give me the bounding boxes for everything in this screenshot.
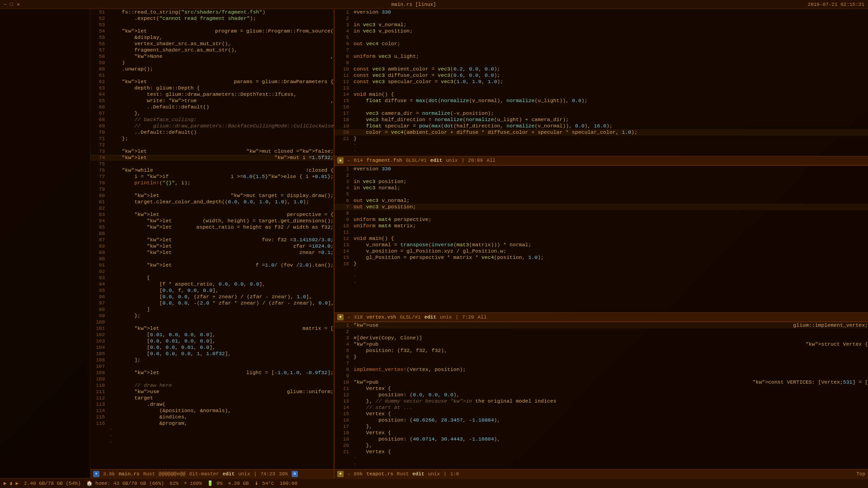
line-content: [0.0, 0.0, (zfar + znear) / (zfar - znea…: [108, 294, 334, 300]
line-content: "kw">let: [108, 325, 302, 332]
line-content: implement_vertex!(Vertex, position);: [352, 366, 868, 373]
code-line-10: 10const vec3 ambient_color = vec3(0.2, 0…: [335, 66, 868, 72]
line-number: 15: [335, 411, 352, 417]
line-content: ..Default::default(): [108, 129, 334, 136]
line-number: 88: [90, 243, 108, 249]
tilde-line: ~: [335, 142, 868, 148]
left-encoding: unix: [238, 471, 250, 477]
line-number: 11: [335, 72, 352, 79]
line-content: [0.0, f, 0.0, 0.0],: [108, 287, 334, 294]
line-number: 89: [90, 249, 108, 256]
code-line-15: 15 Vertex {: [335, 411, 868, 417]
line-content: }: [352, 136, 868, 142]
line-content: out vec3 v_normal;: [352, 197, 868, 204]
line-content: },: [352, 423, 868, 430]
maximize-button[interactable]: □: [10, 2, 14, 7]
left-flags: @@@@@@e@@: [159, 471, 185, 477]
line-content: // draw here: [108, 382, 334, 389]
line-content: "kw">None: [108, 53, 330, 60]
code-line-73: 73 "kw">let "kw">mut closed = "kw">false…: [90, 148, 334, 155]
line-content: &indices,: [108, 414, 334, 420]
tilde-line: ~: [90, 439, 334, 446]
line-number: 16: [335, 417, 352, 423]
line-number: 116: [90, 420, 108, 427]
line-content: Vertex {: [352, 411, 868, 417]
code-line-100: 100: [90, 319, 334, 325]
close-button[interactable]: ✕: [17, 1, 20, 7]
editor-container: 51 fs::read_to_string("src/shaders/fragm…: [90, 9, 868, 478]
code-line-1: 1#version 330: [335, 9, 868, 15]
code-line-86: 86: [90, 230, 334, 237]
line-content: vertex_shader_src.as_mut_str(),: [108, 41, 334, 47]
line-number: 82: [90, 205, 108, 211]
line-content: // backface_culling:: [108, 117, 334, 123]
code-line-108: 108 "kw">let light = [-1.0, 1.0, -0.9f32…: [90, 370, 334, 376]
code-line-13: 13: [335, 85, 868, 91]
line-content: write: "kw">true: [108, 98, 330, 104]
line-content: "kw">while: [108, 167, 306, 174]
code-line-91: 91 "kw">let f = 1.0 / (fov / 2.0).tan();: [90, 262, 334, 268]
line-content: println!("{}", i);: [108, 180, 334, 186]
right-mid-code[interactable]: 1#version 33023in vec3 position;4in vec3…: [335, 166, 868, 313]
line-number: 7: [335, 360, 352, 366]
right-pane: 1#version 33023in vec3 v_normal;4in vec3…: [335, 9, 868, 478]
right-top-code[interactable]: 1#version 33023in vec3 v_normal;4in vec3…: [335, 9, 868, 156]
ram-usage: 2.40 GB/78 GB (54%): [24, 481, 80, 486]
code-line-2: 2: [335, 328, 868, 335]
line-content: vec3 half_direction = normalize(normaliz…: [352, 117, 868, 123]
line-content: ]: [108, 306, 334, 313]
line-number: 69: [90, 123, 108, 129]
line-number: 5: [335, 191, 352, 197]
memory-detail: 4.20 GB: [228, 481, 249, 486]
line-content: float diffuse = max(dot(normalize(v_norm…: [352, 98, 868, 104]
line-content: ..Default::default(): [108, 104, 334, 110]
line-number: 100: [90, 319, 108, 325]
playback-controls[interactable]: ▶ ▮ ▶: [4, 480, 19, 486]
line-content: [f * aspect_ratio, 0.0, 0.0, 0.0],: [108, 281, 334, 287]
line-number: 65: [90, 98, 108, 104]
line-number: 13: [335, 85, 352, 91]
line-number: 106: [90, 357, 108, 363]
rt-size-val: 614: [354, 158, 363, 163]
tilde-line: ~: [335, 461, 868, 468]
minimize-button[interactable]: −: [4, 2, 7, 7]
line-number: 21: [335, 136, 352, 142]
code-line-7: 7: [335, 47, 868, 53]
line-content: in vec3 v_position;: [352, 28, 868, 34]
code-line-98: 98 ]: [90, 306, 334, 313]
line-content: }: [352, 261, 868, 267]
tilde-line: ~: [335, 273, 868, 280]
left-code-area[interactable]: 51 fs::read_to_string("src/shaders/fragm…: [90, 9, 334, 469]
line-number: 2: [335, 172, 352, 178]
code-line-12: 12 position: (0.0, 0.0, 0.0),: [335, 392, 868, 398]
left-filetype: Rust: [143, 471, 155, 477]
code-line-4: 4in vec3 normal;: [335, 185, 868, 191]
rt-indicator: ●: [337, 157, 344, 164]
uptime: 100:00: [279, 481, 297, 486]
line-number: 9: [335, 60, 352, 66]
line-number: 16: [335, 104, 352, 110]
line-content: [0.0, 0.0, -(2.0 * zfar * znear) / (zfar…: [108, 300, 334, 306]
left-pane: 51 fs::read_to_string("src/shaders/fragm…: [90, 9, 335, 478]
line-number: 79: [90, 186, 108, 192]
left-sidebar: [0, 9, 90, 478]
line-number: 115: [90, 414, 108, 420]
line-content: "kw">let: [108, 192, 231, 199]
code-line-88: 88 "kw">let zfar = 1024.0;: [90, 243, 334, 249]
line-content: "kw">let: [108, 28, 215, 34]
line-number: 11: [335, 229, 352, 235]
rm-size: -: [347, 314, 350, 320]
line-number: 90: [90, 256, 108, 262]
line-content: Vertex {: [352, 385, 868, 392]
line-number: 71: [90, 136, 108, 142]
line-number: 92: [90, 268, 108, 275]
line-content: .expect("cannot read fragment shader");: [108, 15, 334, 22]
code-line-16: 16: [335, 104, 868, 110]
right-bot-code[interactable]: 1"kw">use glium::implement_vertex;23#[de…: [335, 322, 868, 469]
line-number: 94: [90, 281, 108, 287]
line-number: 15: [335, 98, 352, 104]
code-line-16: 16 position: (40.6266, 28.3457, -1.10884…: [335, 417, 868, 423]
line-number: 2: [335, 328, 352, 335]
line-content: in vec3 normal;: [352, 185, 868, 191]
line-number: 114: [90, 408, 108, 414]
